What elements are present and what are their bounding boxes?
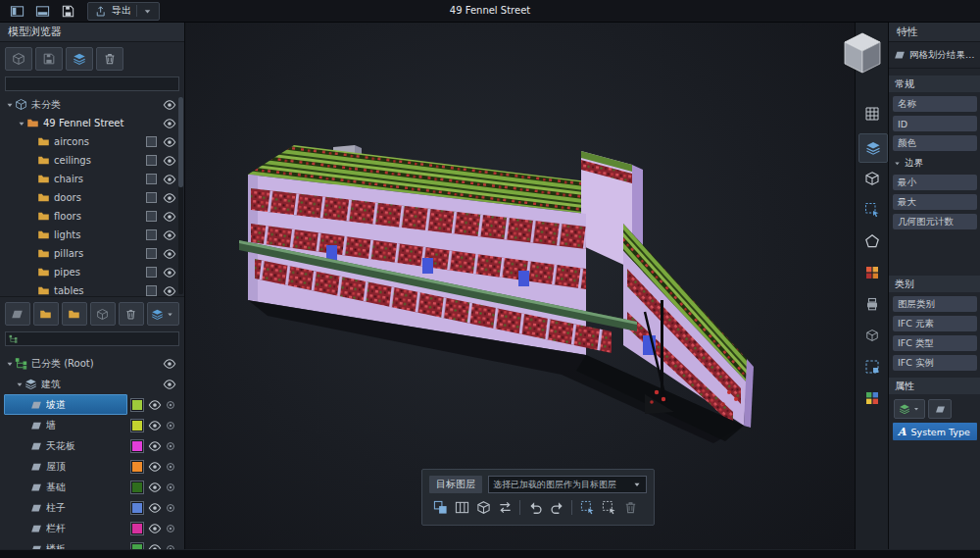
visibility-eye-icon[interactable] bbox=[163, 191, 176, 205]
tree-row-layer[interactable]: 栏杆 bbox=[0, 518, 184, 538]
box-select-button[interactable] bbox=[858, 353, 886, 380]
tree-row-folder[interactable]: doors bbox=[0, 188, 184, 207]
property-id[interactable]: ID bbox=[893, 116, 977, 131]
visibility-eye-icon[interactable] bbox=[163, 357, 176, 371]
visibility-eye-icon[interactable] bbox=[148, 522, 162, 535]
locate-icon[interactable] bbox=[165, 440, 176, 452]
classification-palette-button[interactable] bbox=[858, 384, 886, 412]
attribute-source-button[interactable] bbox=[894, 399, 925, 419]
merge-selection-button[interactable] bbox=[429, 498, 451, 517]
layer-filter-input[interactable] bbox=[5, 331, 179, 346]
tree-row-group[interactable]: 建筑 bbox=[0, 374, 184, 394]
rect-select-button[interactable] bbox=[576, 498, 598, 517]
visibility-eye-icon[interactable] bbox=[163, 210, 176, 224]
visibility-eye-icon[interactable] bbox=[148, 419, 162, 432]
tree-row-project[interactable]: 49 Fennel Street bbox=[0, 114, 184, 132]
tree-row-unclassified[interactable]: 未分类 bbox=[0, 95, 184, 114]
tree-row-layer[interactable]: 天花板 bbox=[0, 435, 184, 456]
load-layers-button[interactable] bbox=[66, 47, 93, 71]
property-geometry-count[interactable]: 几何图元计数 bbox=[893, 214, 977, 229]
folder-checkbox[interactable] bbox=[146, 285, 157, 296]
property-ifc-element[interactable]: IFC 元素 bbox=[893, 316, 977, 331]
delete-model-button[interactable] bbox=[96, 47, 123, 71]
visibility-eye-icon[interactable] bbox=[148, 542, 162, 550]
edit-classification-button[interactable] bbox=[5, 302, 30, 326]
rect-select-tool-button[interactable] bbox=[858, 196, 886, 224]
view-cube[interactable] bbox=[839, 29, 886, 78]
folder-checkbox[interactable] bbox=[146, 136, 157, 147]
layer-color-swatch[interactable] bbox=[131, 420, 143, 431]
tree-row-layer[interactable]: 屋顶 bbox=[0, 456, 184, 477]
scrollbar[interactable] bbox=[178, 97, 183, 294]
split-columns-button[interactable] bbox=[451, 498, 472, 517]
property-layer-category[interactable]: 图层类别 bbox=[893, 296, 977, 312]
folder-checkbox[interactable] bbox=[146, 174, 157, 184]
folder-checkbox[interactable] bbox=[146, 211, 157, 222]
save-model-button[interactable] bbox=[35, 47, 63, 71]
chevron-down-icon[interactable] bbox=[142, 6, 153, 17]
target-layer-dropdown[interactable]: 选择已加载的图层作为目标图层 bbox=[488, 476, 647, 493]
property-min[interactable]: 最小 bbox=[893, 175, 977, 190]
redo-button[interactable] bbox=[546, 498, 567, 517]
move-folder-button[interactable] bbox=[62, 302, 87, 326]
tree-row-classified-root[interactable]: 已分类 (Root) bbox=[0, 353, 184, 374]
polygon-select-tool-button[interactable] bbox=[858, 228, 886, 255]
tree-row-folder[interactable]: tables bbox=[0, 281, 184, 296]
layer-color-swatch[interactable] bbox=[131, 399, 143, 411]
visibility-eye-icon[interactable] bbox=[163, 266, 176, 279]
layer-color-swatch[interactable] bbox=[131, 502, 143, 514]
export-view-button[interactable] bbox=[858, 290, 886, 318]
expand-caret-icon[interactable] bbox=[4, 359, 15, 369]
tree-row-layer[interactable]: 柱子 bbox=[0, 497, 184, 518]
visibility-eye-icon[interactable] bbox=[163, 173, 176, 186]
layout-left-panel-button[interactable] bbox=[7, 3, 26, 19]
undo-button[interactable] bbox=[524, 498, 546, 517]
visibility-eye-icon[interactable] bbox=[163, 228, 176, 242]
visibility-eye-icon[interactable] bbox=[163, 154, 176, 168]
visibility-eye-icon[interactable] bbox=[163, 117, 176, 130]
tree-row-folder[interactable]: pillars bbox=[0, 244, 184, 263]
attribute-system-type[interactable]: A System Type bbox=[893, 423, 977, 440]
tree-row-folder[interactable]: pipes bbox=[0, 263, 184, 281]
tree-row-layer[interactable]: 坡道 bbox=[0, 394, 184, 415]
tree-row-folder[interactable]: floors bbox=[0, 207, 184, 226]
folder-checkbox[interactable] bbox=[146, 192, 157, 203]
visibility-eye-icon[interactable] bbox=[148, 501, 162, 515]
expand-caret-icon[interactable] bbox=[14, 380, 24, 389]
locate-icon[interactable] bbox=[165, 523, 176, 534]
grid-snap-button[interactable] bbox=[858, 100, 886, 127]
locate-icon[interactable] bbox=[165, 461, 176, 473]
expand-caret-icon[interactable] bbox=[4, 100, 15, 110]
visibility-eye-icon[interactable] bbox=[148, 439, 162, 453]
visibility-eye-icon[interactable] bbox=[163, 378, 176, 391]
deselect-button[interactable] bbox=[598, 498, 619, 517]
tree-row-folder[interactable]: chairs bbox=[0, 170, 184, 188]
layer-color-swatch[interactable] bbox=[131, 523, 143, 534]
tree-row-layer[interactable]: 基础 bbox=[0, 477, 184, 497]
visibility-eye-icon[interactable] bbox=[148, 481, 162, 494]
scrollbar-thumb[interactable] bbox=[178, 97, 183, 187]
property-ifc-instance[interactable]: IFC 实例 bbox=[893, 355, 977, 371]
mesh-view-button[interactable] bbox=[858, 133, 888, 163]
tree-row-folder[interactable]: aircons bbox=[0, 132, 184, 151]
property-ifc-type[interactable]: IFC 类型 bbox=[893, 335, 977, 351]
visibility-eye-icon[interactable] bbox=[163, 247, 176, 261]
folder-checkbox[interactable] bbox=[146, 267, 157, 278]
model-view-button[interactable] bbox=[858, 165, 886, 192]
visibility-eye-icon[interactable] bbox=[163, 98, 176, 112]
locate-icon[interactable] bbox=[165, 399, 176, 411]
model-filter-input[interactable] bbox=[5, 76, 179, 91]
folder-checkbox[interactable] bbox=[146, 155, 157, 166]
visibility-eye-icon[interactable] bbox=[148, 460, 162, 474]
save-button[interactable] bbox=[58, 3, 77, 19]
visibility-eye-icon[interactable] bbox=[148, 398, 162, 412]
folder-checkbox[interactable] bbox=[146, 229, 157, 240]
visibility-eye-icon[interactable] bbox=[163, 135, 176, 149]
delete-layer-button[interactable] bbox=[119, 302, 144, 326]
visibility-eye-icon[interactable] bbox=[163, 284, 176, 297]
tree-row-folder[interactable]: ceilings bbox=[0, 151, 184, 170]
bounding-box-button[interactable] bbox=[858, 322, 886, 349]
property-color[interactable]: 颜色 bbox=[893, 135, 977, 151]
locate-icon[interactable] bbox=[165, 482, 176, 493]
property-max[interactable]: 最大 bbox=[893, 194, 977, 210]
